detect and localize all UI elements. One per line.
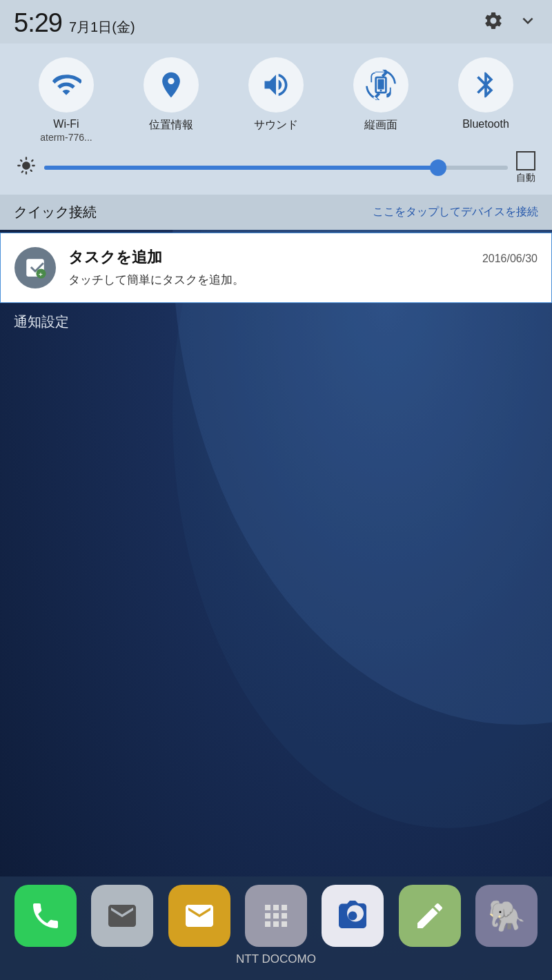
quick-settings-panel: Wi-Fi aterm-776... 位置情報 サウ	[0, 43, 552, 195]
location-icon-circle	[144, 57, 199, 112]
settings-icon[interactable]	[483, 10, 504, 36]
wifi-toggle[interactable]: Wi-Fi aterm-776...	[39, 57, 94, 143]
rotation-icon-circle	[353, 57, 408, 112]
brightness-thumb	[430, 159, 446, 176]
carrier-label: NTT DOCOMO	[7, 952, 545, 966]
svg-point-4	[380, 90, 382, 92]
brightness-fill	[44, 166, 438, 170]
notification-settings-section[interactable]: 通知設定	[0, 303, 552, 341]
location-label: 位置情報	[149, 118, 193, 133]
notification-settings-label: 通知設定	[14, 314, 69, 329]
notification-content: タスクを追加 2016/06/30 タッチして簡単にタスクを追加。	[68, 247, 538, 288]
brightness-icon	[17, 156, 36, 180]
wifi-icon-circle	[39, 57, 94, 112]
bluetooth-label: Bluetooth	[462, 118, 509, 130]
bluetooth-icon-circle	[458, 57, 513, 112]
dock-row: 🐘	[7, 885, 545, 947]
quick-connect-label: クイック接続	[14, 203, 97, 222]
notification-title: タスクを追加	[68, 247, 162, 268]
wifi-network-name: aterm-776...	[40, 132, 92, 143]
auto-brightness[interactable]: 自動	[516, 151, 535, 184]
dock-app-edit[interactable]	[399, 885, 461, 947]
brightness-slider[interactable]	[44, 166, 508, 170]
auto-label: 自動	[516, 172, 535, 184]
sound-icon-circle	[248, 57, 304, 112]
rotation-label: 縦画面	[364, 118, 397, 133]
dock-app-launcher[interactable]	[245, 885, 307, 947]
wifi-label: Wi-Fi	[53, 118, 79, 130]
dock-app-mail2[interactable]	[168, 885, 230, 947]
notification-app-icon: +	[14, 247, 56, 288]
status-bar: 5:29 7月1日(金)	[0, 0, 552, 43]
sound-label: サウンド	[254, 118, 298, 133]
location-toggle[interactable]: 位置情報	[144, 57, 199, 133]
svg-rect-3	[377, 79, 384, 90]
auto-checkbox[interactable]	[516, 151, 535, 170]
status-bar-left: 5:29 7月1日(金)	[14, 8, 135, 38]
notification-card[interactable]: + タスクを追加 2016/06/30 タッチして簡単にタスクを追加。	[0, 233, 552, 303]
dock-app-phone[interactable]	[14, 885, 77, 947]
date-display: 7月1日(金)	[69, 18, 135, 37]
status-bar-right	[483, 10, 538, 36]
quick-icons-row: Wi-Fi aterm-776... 位置情報 サウ	[14, 57, 538, 143]
quick-connect-action[interactable]: ここをタップしてデバイスを接続	[373, 205, 538, 219]
notification-body: タッチして簡単にタスクを追加。	[68, 273, 244, 286]
bluetooth-toggle[interactable]: Bluetooth	[458, 57, 513, 130]
sound-toggle[interactable]: サウンド	[248, 57, 304, 133]
svg-text:+: +	[39, 271, 43, 278]
dock-app-camera[interactable]	[322, 885, 384, 947]
notification-title-row: タスクを追加 2016/06/30	[68, 247, 538, 268]
rotation-toggle[interactable]: 縦画面	[353, 57, 408, 133]
bottom-dock: 🐘 NTT DOCOMO	[0, 876, 552, 980]
quick-connect-bar: クイック接続 ここをタップしてデバイスを接続	[0, 195, 552, 230]
dock-app-elephant[interactable]: 🐘	[475, 885, 538, 947]
dock-app-mail1[interactable]	[91, 885, 153, 947]
brightness-row: 自動	[14, 151, 538, 184]
notification-panel: 5:29 7月1日(金)	[0, 0, 552, 341]
collapse-icon[interactable]	[518, 10, 538, 36]
time-display: 5:29	[14, 8, 62, 38]
notification-date: 2016/06/30	[482, 253, 538, 265]
